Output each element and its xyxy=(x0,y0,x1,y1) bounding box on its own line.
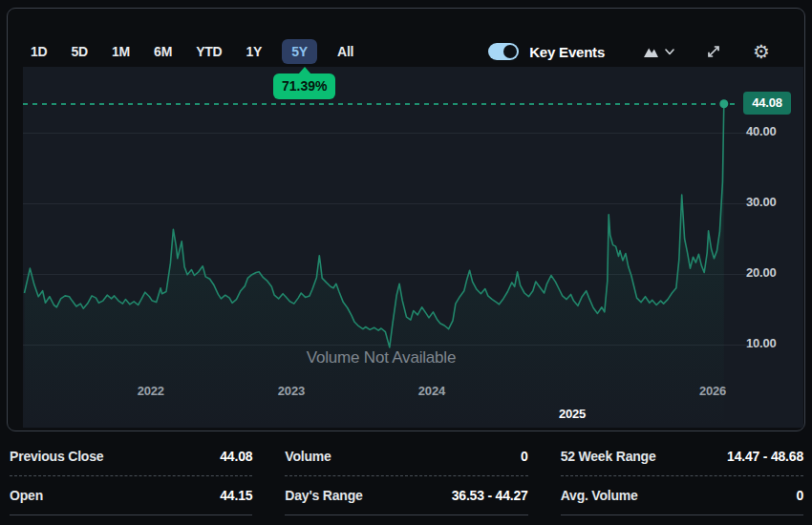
volume-note: Volume Not Available xyxy=(23,348,739,368)
stat-previous-close: Previous Close44.08 xyxy=(10,437,252,476)
settings-button[interactable]: ⚙ xyxy=(753,42,770,61)
chevron-down-icon xyxy=(665,49,674,55)
range-button-all[interactable]: All xyxy=(337,45,353,58)
stat-value: 44.15 xyxy=(220,488,252,503)
range-button-1y[interactable]: 1Y xyxy=(246,45,263,58)
area-chart-icon xyxy=(643,45,659,58)
x-tick-label-2023: 2023 xyxy=(278,384,305,398)
chart-toolbar: 1D5D1M6MYTD1Y5YAll Key Events xyxy=(31,38,770,65)
stat-value: 14.47 - 48.68 xyxy=(727,449,803,464)
quote-chart-page: 1D5D1M6MYTD1Y5YAll Key Events xyxy=(0,0,812,525)
stat-52-week-range: 52 Week Range14.47 - 48.68 xyxy=(561,437,803,476)
range-button-ytd[interactable]: YTD xyxy=(196,45,222,58)
y-tick-label: 30.00 xyxy=(746,195,801,209)
area-fill xyxy=(25,104,724,428)
range-button-5y[interactable]: 5Y xyxy=(282,39,317,64)
change-percent-badge: 71.39% xyxy=(273,74,335,99)
x-tick-label-2026: 2026 xyxy=(699,384,726,398)
x-tick-label-2024: 2024 xyxy=(418,384,445,398)
stat-label: Volume xyxy=(285,449,331,464)
fullscreen-button[interactable] xyxy=(706,44,721,59)
stat-value: 44.08 xyxy=(220,449,252,464)
stat-open: Open44.15 xyxy=(10,476,252,515)
stat-value: 0 xyxy=(521,449,528,464)
stat-value: 0 xyxy=(796,488,803,503)
last-price-dot xyxy=(719,99,728,108)
range-button-1m[interactable]: 1M xyxy=(112,45,130,58)
price-line-chart xyxy=(23,67,803,428)
stat-label: Avg. Volume xyxy=(561,488,638,503)
stat-label: 52 Week Range xyxy=(561,449,656,464)
gear-icon: ⚙ xyxy=(753,42,770,61)
range-selector: 1D5D1M6MYTD1Y5YAll xyxy=(31,45,353,58)
range-button-5d[interactable]: 5D xyxy=(72,45,89,58)
range-button-6m[interactable]: 6M xyxy=(154,45,172,58)
stat-day-s-range: Day's Range36.53 - 44.27 xyxy=(285,476,527,515)
current-price-label: 44.08 xyxy=(743,92,791,115)
stat-label: Day's Range xyxy=(285,488,362,503)
x-tick-label-2022: 2022 xyxy=(138,384,164,398)
stats-panel: Previous Close44.08Volume052 Week Range1… xyxy=(10,437,803,515)
toolbar-right: Key Events xyxy=(488,42,770,61)
fullscreen-icon xyxy=(706,44,721,59)
chart-widget: 1D5D1M6MYTD1Y5YAll Key Events xyxy=(7,8,805,431)
y-tick-label: 40.00 xyxy=(746,124,801,138)
y-tick-label: 20.00 xyxy=(746,265,801,280)
chart-area[interactable]: 10.0020.0030.0040.00 44.08 2022202320242… xyxy=(23,67,803,428)
range-button-1d[interactable]: 1D xyxy=(31,45,48,58)
stat-value: 36.53 - 44.27 xyxy=(452,488,528,503)
key-events-toggle[interactable] xyxy=(488,43,519,60)
chart-type-button[interactable] xyxy=(643,45,674,58)
stat-avg-volume: Avg. Volume0 xyxy=(561,476,803,515)
toggle-knob xyxy=(503,45,517,58)
stat-label: Previous Close xyxy=(10,449,103,464)
key-events-group: Key Events xyxy=(488,43,605,60)
x-tick-label-2025: 2025 xyxy=(559,407,586,421)
key-events-label: Key Events xyxy=(529,44,605,60)
stat-volume: Volume0 xyxy=(285,437,527,476)
toolbar-icons: ⚙ xyxy=(643,42,770,61)
y-tick-label: 10.00 xyxy=(746,336,801,350)
stat-label: Open xyxy=(10,488,43,503)
